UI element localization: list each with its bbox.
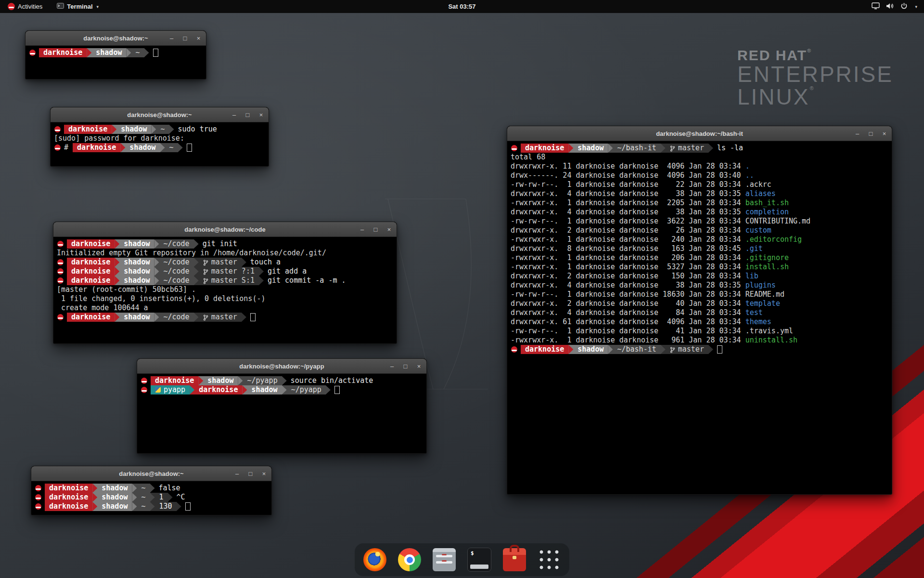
prompt-segment-path: ~/code (159, 267, 193, 276)
redhat-icon (57, 241, 64, 247)
prompt-segment-host: shadow (119, 313, 154, 322)
terminal-content[interactable]: darknoiseshadow~ (26, 46, 206, 79)
powerline-separator (112, 125, 116, 134)
window-titlebar[interactable]: darknoise@shadow:~/pyapp – □ × (137, 359, 426, 374)
close-button[interactable]: × (386, 226, 392, 233)
output-text: -rwxrwxr-x. 1 darknoise darknoise 240 Ja… (511, 235, 745, 244)
powerline-separator (194, 239, 199, 249)
redhat-icon (511, 346, 517, 353)
clock[interactable]: Sat 03:57 (448, 3, 475, 10)
terminal-line: Initialized empty Git repository in /hom… (57, 249, 393, 258)
terminal-line: drwxrwxr-x. 2 darknoise darknoise 26 Jan… (511, 226, 888, 235)
terminal-window-code: darknoise@shadow:~/code – □ × darknoises… (53, 222, 397, 344)
output-text: drwxrwxr-x. 8 darknoise darknoise 163 Ja… (511, 244, 745, 253)
close-button[interactable]: × (261, 470, 267, 477)
terminal-content[interactable]: darknoiseshadow~falsedarknoiseshadow~1^C… (31, 481, 271, 515)
minimize-button[interactable]: – (854, 130, 860, 137)
powerline-separator (150, 484, 155, 493)
powerline-separator (282, 385, 287, 394)
powerline-separator (608, 345, 613, 354)
prompt-segment-user: darknoise (67, 276, 115, 285)
file-name: themes (745, 317, 771, 326)
logo-line-enterprise: ENTERPRISE (737, 63, 893, 86)
prompt-segment-git: master (666, 144, 708, 153)
terminal-line: -rw-rw-r--. 1 darknoise darknoise 22 Jan… (511, 180, 888, 189)
maximize-button[interactable]: □ (182, 35, 188, 42)
powerline-separator (126, 48, 131, 57)
terminal-content[interactable]: darknoiseshadow~/bash-itmasterls -latota… (507, 141, 892, 494)
powerline-separator (154, 313, 159, 322)
minimize-button[interactable]: – (168, 35, 175, 42)
powerline-separator (661, 345, 666, 354)
output-text: 1 file changed, 0 insertions(+), 0 delet… (57, 294, 265, 303)
close-button[interactable]: × (258, 111, 264, 118)
maximize-button[interactable]: □ (247, 470, 254, 477)
close-button[interactable]: × (195, 35, 202, 42)
terminal-icon[interactable] (467, 548, 491, 572)
git-branch-icon (670, 346, 675, 353)
redhat-icon (57, 277, 64, 284)
redhat-icon (141, 387, 147, 393)
powerline-separator (242, 313, 246, 322)
window-titlebar[interactable]: darknoise@shadow:~ – □ × (31, 466, 271, 481)
window-titlebar[interactable]: darknoise@shadow:~ – □ × (51, 107, 269, 122)
dock (355, 543, 569, 576)
window-titlebar[interactable]: darknoise@shadow:~/code – □ × (53, 222, 397, 237)
terminal-window-home-2: darknoise@shadow:~ – □ × darknoiseshadow… (31, 466, 272, 515)
output-text: [master (root-commit) 50bcb63] . (57, 285, 196, 294)
prompt-segment-user: darknoise (194, 385, 242, 394)
maximize-button[interactable]: □ (372, 226, 379, 233)
terminal-line: darknoiseshadow~ (29, 48, 203, 57)
prompt-segment-user: darknoise (73, 143, 120, 152)
window-title: darknoise@shadow:~ (119, 470, 183, 477)
file-name: .gitignore (745, 253, 789, 262)
redhat-icon (8, 3, 15, 10)
terminal-line: drwx------. 24 darknoise darknoise 4096 … (511, 171, 888, 180)
minimize-button[interactable]: – (389, 363, 395, 370)
powerline-separator (92, 502, 97, 511)
output-text: -rwxrwxr-x. 1 darknoise darknoise 5327 J… (511, 263, 745, 271)
window-titlebar[interactable]: darknoise@shadow:~ – □ × (26, 31, 206, 46)
activities-button[interactable]: Activities (5, 0, 45, 13)
terminal-line: darknoiseshadow~/bash-itmasterls -la (511, 144, 888, 153)
file-manager-icon[interactable] (433, 548, 456, 571)
terminal-line: drwxrwxr-x. 4 darknoise darknoise 38 Jan… (511, 208, 888, 217)
minimize-button[interactable]: – (234, 470, 240, 477)
terminal-content[interactable]: darknoiseshadow~/codegit initInitialized… (53, 237, 397, 343)
terminal-window-home-1: darknoise@shadow:~ – □ × darknoiseshadow… (25, 30, 206, 79)
terminal-content[interactable]: darknoiseshadow~sudo true[sudo] password… (51, 122, 269, 166)
window-title: darknoise@shadow:~ (127, 111, 192, 118)
redhat-icon (141, 378, 147, 384)
app-menu-terminal[interactable]: Terminal ▾ (53, 0, 103, 13)
powerline-separator (154, 258, 159, 267)
maximize-button[interactable]: □ (402, 363, 409, 370)
chrome-icon[interactable] (398, 548, 421, 571)
powerline-separator (178, 143, 183, 152)
system-status-area[interactable]: ▾ (872, 0, 924, 13)
file-name: test (745, 308, 763, 317)
terminal-line: darknoiseshadow~/codemastertouch a (57, 258, 393, 267)
chevron-down-icon: ▾ (97, 4, 99, 9)
minimize-button[interactable]: – (359, 226, 365, 233)
maximize-button[interactable]: □ (244, 111, 251, 118)
maximize-button[interactable]: □ (868, 130, 874, 137)
git-branch-icon (203, 314, 208, 320)
terminal-line: darknoiseshadow~/codemaster ?:1git add a (57, 267, 393, 276)
terminal-window-bash-it: darknoise@shadow:~/bash-it – □ × darknoi… (507, 126, 892, 495)
file-name: .editorconfig (745, 235, 802, 244)
close-button[interactable]: × (881, 130, 887, 137)
terminal-cursor (250, 313, 256, 321)
toolbox-icon[interactable] (503, 548, 526, 571)
powerline-separator (177, 502, 181, 511)
close-button[interactable]: × (416, 363, 422, 370)
powerline-separator (132, 502, 137, 511)
prompt-segment-user: darknoise (45, 502, 92, 511)
powerline-separator (92, 493, 97, 502)
desktop: RED HAT® ENTERPRISE LINUX® Activities Te… (0, 0, 924, 578)
terminal-cursor (717, 345, 722, 354)
firefox-icon[interactable] (363, 548, 386, 571)
show-applications-icon[interactable] (538, 548, 561, 571)
window-titlebar[interactable]: darknoise@shadow:~/bash-it – □ × (507, 126, 892, 141)
minimize-button[interactable]: – (231, 111, 237, 118)
terminal-content[interactable]: darknoiseshadow~/pyappsource bin/activat… (137, 374, 426, 453)
